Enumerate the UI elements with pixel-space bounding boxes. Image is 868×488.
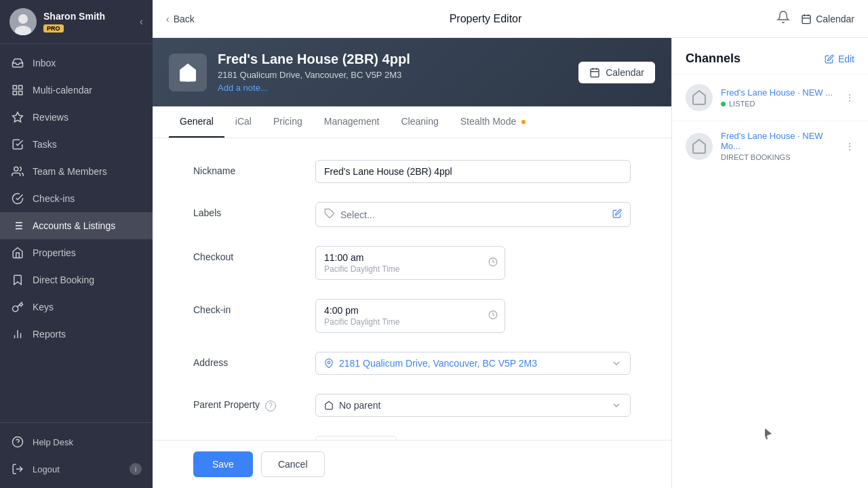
sidebar-item-label: Multi-calendar [33,85,92,96]
svg-rect-21 [802,15,810,23]
sidebar-item-label: Accounts & Listings [33,220,115,231]
main-area: ‹ Back Property Editor Calendar Fred's L… [153,0,868,488]
property-calendar-button[interactable]: Calendar [578,62,655,83]
labels-placeholder: Select... [340,209,375,220]
clock-icon-2 [488,310,498,322]
checkin-label: Check-in [193,299,315,315]
channels-edit-button[interactable]: Edit [825,54,854,64]
save-button[interactable]: Save [193,451,253,477]
sidebar-item-direct-booking[interactable]: Direct Booking [0,266,153,293]
sidebar-item-checkins[interactable]: Check-ins [0,185,153,212]
address-button[interactable]: 2181 Qualicum Drive, Vancouver, BC V5P 2… [315,352,631,375]
customize-button[interactable]: Customize [315,436,397,440]
notification-bell-icon[interactable] [776,10,790,27]
channel-status-0: LISTED [721,100,837,108]
stealth-mode-dot [521,120,526,124]
labels-edit-icon [612,209,622,220]
channel-item-1[interactable]: Fred's Lane House · NEW Mo... DIRECT BOO… [672,121,868,171]
check-circle-icon [11,192,24,205]
checkout-label: Checkout [193,246,315,262]
topbar-calendar-button[interactable]: Calendar [801,14,854,24]
channel-more-icon-0[interactable]: ⋮ [845,92,854,103]
channels-header: Channels Edit [672,38,868,74]
sidebar-item-team[interactable]: Team & Members [0,158,153,185]
calendar-grid-icon [11,83,24,97]
sidebar-collapse-icon[interactable]: ‹ [140,16,143,28]
sidebar-item-reviews[interactable]: Reviews [0,104,153,131]
sidebar-item-tasks[interactable]: Tasks [0,131,153,158]
checkout-control: 11:00 am Pacific Daylight Time [315,246,631,280]
svg-rect-25 [591,68,599,77]
add-note-link[interactable]: Add a note... [218,83,568,93]
checkin-row: Check-in 4:00 pm Pacific Daylight Time [193,299,631,333]
channel-info-0: Fred's Lane House · NEW ... LISTED [721,87,837,108]
channel-more-icon-1[interactable]: ⋮ [845,141,854,152]
sidebar-item-label: Direct Booking [33,274,94,285]
sidebar-item-label: Reviews [33,112,68,123]
nickname-input[interactable] [315,160,631,183]
svg-rect-5 [13,92,16,95]
sidebar-item-help[interactable]: Help Desk [0,428,153,455]
topbar-calendar-label: Calendar [816,14,854,24]
parent-property-row: Parent Property ? No parent [193,394,631,417]
inbox-icon [11,56,24,70]
property-calendar-label: Calendar [606,67,644,78]
svg-point-1 [18,14,28,24]
property-header: Fred's Lane House (2BR) 4ppl 2181 Qualic… [153,38,671,106]
channel-item-0[interactable]: Fred's Lane House · NEW ... LISTED ⋮ [672,74,868,121]
tab-general[interactable]: General [169,106,224,138]
sidebar-item-reports[interactable]: Reports [0,321,153,348]
logout-icon [11,462,24,476]
star-icon [11,110,24,124]
user-name: Sharon Smith [43,11,133,22]
sidebar-item-label: Team & Members [33,166,107,177]
nickname-label: Nickname [193,160,315,176]
sidebar-item-accounts[interactable]: Accounts & Listings [0,212,153,239]
channels-panel: Channels Edit Fred's Lane House · NEW ..… [671,38,868,488]
property-name: Fred's Lane House (2BR) 4ppl [218,52,568,67]
topbar-actions: Calendar [776,10,854,27]
checkout-timezone: Pacific Daylight Time [324,264,496,274]
svg-point-8 [14,167,18,171]
checkout-field[interactable]: 11:00 am Pacific Daylight Time [315,246,505,280]
sidebar-item-keys[interactable]: Keys [0,293,153,321]
sidebar-item-inbox[interactable]: Inbox [0,49,153,77]
tab-cleaning[interactable]: Cleaning [390,106,449,138]
tab-management[interactable]: Management [313,106,391,138]
sidebar-item-label: Reports [33,329,66,340]
chevron-down-icon-2 [611,400,622,411]
sidebar: Sharon Smith PRO ‹ Inbox Multi-calendar … [0,0,153,488]
address-row: Address 2181 Qualicum Drive, Vancouver, … [193,352,631,375]
sidebar-item-label: Tasks [33,139,57,150]
chevron-down-icon [611,358,622,369]
info-icon: i [130,463,142,475]
parent-property-button[interactable]: No parent [315,394,631,417]
sidebar-item-logout[interactable]: Logout i [0,455,153,483]
sidebar-item-properties[interactable]: Properties [0,239,153,266]
message-templates-row: Message Templates Customize [193,436,631,440]
channel-name-1: Fred's Lane House · NEW Mo... [721,131,837,151]
user-profile[interactable]: Sharon Smith PRO ‹ [0,0,153,44]
label-icon [324,208,335,221]
help-icon-parent: ? [265,401,276,411]
sidebar-item-label: Check-ins [33,193,75,204]
sidebar-item-multi-calendar[interactable]: Multi-calendar [0,77,153,104]
sidebar-item-label: Inbox [33,58,56,68]
sidebar-nav: Inbox Multi-calendar Reviews Tasks Team … [0,44,153,422]
checkout-time: 11:00 am [324,252,496,263]
form-area: Nickname Labels Sel [153,138,671,440]
address-label: Address [193,352,315,368]
tab-stealth-mode[interactable]: Stealth Mode [450,106,536,138]
channel-status-1: DIRECT BOOKINGS [721,153,837,161]
parent-property-control: No parent [315,394,631,417]
tab-pricing[interactable]: Pricing [262,106,313,138]
cancel-button[interactable]: Cancel [261,451,325,477]
checkin-field[interactable]: 4:00 pm Pacific Daylight Time [315,299,505,333]
property-address: 2181 Qualicum Drive, Vancouver, BC V5P 2… [218,70,568,80]
tab-ical[interactable]: iCal [224,106,262,138]
channel-avatar-1 [686,133,713,160]
check-square-icon [11,138,24,151]
back-button[interactable]: ‹ Back [166,14,195,24]
labels-select[interactable]: Select... [315,202,631,227]
channels-edit-label: Edit [838,54,854,64]
